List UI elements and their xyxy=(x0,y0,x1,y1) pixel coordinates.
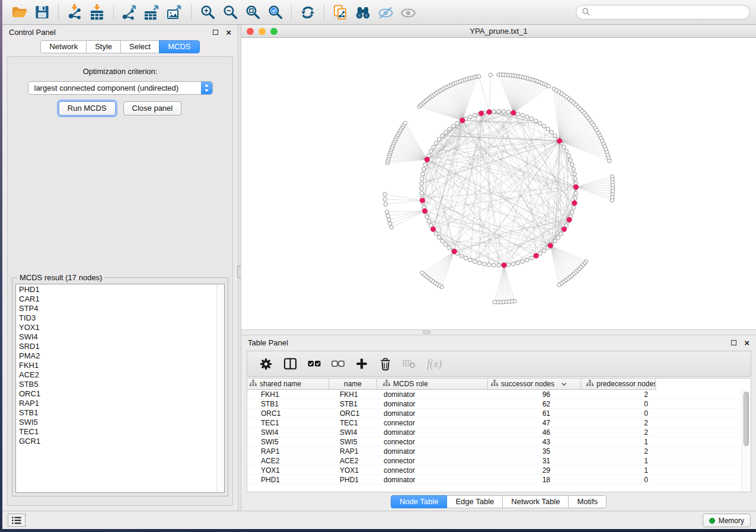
table-row[interactable]: RAP1RAP1dominator352 xyxy=(247,447,751,456)
cell-MCDS-role: connector xyxy=(377,457,488,465)
mcds-result-item[interactable]: ACE2 xyxy=(16,370,224,380)
export-image-button[interactable] xyxy=(165,3,184,22)
mcds-result-item[interactable]: SRD1 xyxy=(16,342,224,351)
table-row[interactable]: ORC1ORC1dominator610 xyxy=(247,409,751,418)
table-row[interactable]: PHD1PHD1dominator180 xyxy=(247,475,751,485)
cell-successor-nodes: 18 xyxy=(488,476,581,484)
mcds-result-item[interactable]: PHD1 xyxy=(16,285,224,294)
column-header-successor-nodes[interactable]: successor nodes xyxy=(488,379,581,389)
table-row[interactable]: ACE2ACE2connector311 xyxy=(247,456,751,466)
scrollbar-thumb[interactable] xyxy=(744,392,749,446)
cell-name: ORC1 xyxy=(329,409,377,418)
task-history-button[interactable] xyxy=(8,514,25,527)
mcds-result-item[interactable]: RAP1 xyxy=(16,399,224,408)
mcds-result-item[interactable]: YOX1 xyxy=(16,323,224,332)
window-close-button[interactable] xyxy=(247,28,254,35)
memory-button[interactable]: Memory xyxy=(703,514,751,527)
tab-select[interactable]: Select xyxy=(120,40,160,53)
cell-shared-name: YOX1 xyxy=(247,466,329,475)
delete-table-button xyxy=(403,358,416,370)
criterion-select[interactable]: largest connected component (undirected) xyxy=(28,81,213,95)
mcds-result-list[interactable]: PHD1CAR1STP4TID3YOX1SWI4SRD1PMA2FKH1ACE2… xyxy=(15,284,225,493)
window-minimize-button[interactable] xyxy=(259,28,266,35)
mcds-result-item[interactable]: TEC1 xyxy=(16,427,224,437)
cell-shared-name: PHD1 xyxy=(247,476,329,484)
table-panel: Table Panel × f(x) shared namenameMCDS r… xyxy=(241,335,756,511)
open-session-button[interactable] xyxy=(10,3,29,22)
table-scrollbar[interactable] xyxy=(742,390,751,492)
find-button[interactable] xyxy=(353,3,372,22)
table-row[interactable]: FKH1FKH1dominator962 xyxy=(247,390,751,399)
zoom-in-button[interactable] xyxy=(198,3,217,22)
table-row[interactable]: YOX1YOX1connector291 xyxy=(247,466,751,475)
tab-motifs[interactable]: Motifs xyxy=(568,495,607,508)
horizontal-splitter[interactable] xyxy=(241,329,756,335)
mcds-result-item[interactable]: TID3 xyxy=(16,313,224,323)
search-field[interactable] xyxy=(576,5,750,20)
close-panel-button[interactable]: Close panel xyxy=(123,101,182,116)
mcds-result-item[interactable]: PMA2 xyxy=(16,351,224,361)
mcds-result-item[interactable]: STB5 xyxy=(16,380,224,389)
split-columns-button[interactable] xyxy=(283,357,297,370)
refresh-layout-button[interactable] xyxy=(298,3,317,22)
add-column-button[interactable] xyxy=(355,357,368,370)
network-window-titlebar[interactable]: YPA_prune.txt_1 xyxy=(241,25,756,38)
select-all-checkboxes-button[interactable] xyxy=(308,357,321,370)
control-panel-tabs: NetworkStyleSelectMCDS xyxy=(2,40,238,56)
close-panel-icon[interactable]: × xyxy=(744,340,749,345)
delete-column-button[interactable] xyxy=(379,357,392,371)
zoom-fit-button[interactable] xyxy=(243,3,262,22)
mcds-result-item[interactable]: FKH1 xyxy=(16,361,224,370)
export-table-button[interactable] xyxy=(143,3,162,22)
tab-edge-table[interactable]: Edge Table xyxy=(446,495,503,508)
tab-network-table[interactable]: Network Table xyxy=(502,495,569,508)
tab-mcds[interactable]: MCDS xyxy=(159,40,199,53)
column-header-shared-name[interactable]: shared name xyxy=(247,379,329,389)
mcds-list-scrollbar[interactable] xyxy=(216,284,224,492)
table-row[interactable]: SWI5SWI5connector431 xyxy=(247,437,751,447)
column-header-name[interactable]: name xyxy=(329,379,377,389)
zoom-out-button[interactable] xyxy=(221,3,240,22)
clone-network-button[interactable] xyxy=(331,3,350,22)
export-network-button[interactable] xyxy=(120,3,139,22)
import-network-button[interactable] xyxy=(65,3,84,22)
mcds-result-item[interactable]: GCR1 xyxy=(16,437,224,446)
cell-successor-nodes: 29 xyxy=(488,466,581,475)
tab-node-table[interactable]: Node Table xyxy=(391,495,448,508)
clear-checkboxes-button[interactable] xyxy=(331,357,344,370)
mcds-result-item[interactable]: SWI5 xyxy=(16,418,224,427)
table-panel-title: Table Panel xyxy=(248,338,288,347)
network-graph[interactable] xyxy=(241,38,756,329)
cell-predecessor-nodes: 2 xyxy=(581,428,656,437)
float-panel-icon[interactable] xyxy=(731,340,736,345)
toggle-hide-button[interactable] xyxy=(376,3,395,22)
gear-button[interactable] xyxy=(259,357,273,371)
window-zoom-button[interactable] xyxy=(270,28,277,35)
splitter-handle[interactable] xyxy=(423,331,430,334)
mcds-result-item[interactable]: CAR1 xyxy=(16,294,224,304)
float-panel-icon[interactable] xyxy=(213,30,218,35)
save-session-button[interactable] xyxy=(33,3,52,22)
mcds-result-item[interactable]: STP4 xyxy=(16,304,224,313)
import-table-button[interactable] xyxy=(88,3,107,22)
network-canvas[interactable] xyxy=(241,38,756,329)
column-header-predecessor-nodes[interactable]: predecessor nodes xyxy=(581,379,656,389)
table-row[interactable]: TEC1TEC1connector472 xyxy=(247,418,751,428)
mcds-result-item[interactable]: SWI4 xyxy=(16,332,224,342)
run-mcds-button[interactable]: Run MCDS xyxy=(59,101,116,116)
cell-shared-name: FKH1 xyxy=(247,390,329,399)
tab-network[interactable]: Network xyxy=(40,40,87,53)
table-row[interactable]: SWI4SWI4dominator462 xyxy=(247,428,751,437)
application-window: Control Panel × NetworkStyleSelectMCDS O… xyxy=(2,0,756,529)
toolbar-separator xyxy=(324,5,324,20)
zoom-selected-button[interactable] xyxy=(266,3,285,22)
tab-style[interactable]: Style xyxy=(86,40,121,53)
mcds-result-item[interactable]: STB1 xyxy=(16,408,224,418)
table-row[interactable]: STB1STB1dominator620 xyxy=(247,399,751,409)
cell-MCDS-role: dominator xyxy=(377,390,488,399)
close-panel-icon[interactable]: × xyxy=(226,30,231,35)
search-input[interactable] xyxy=(593,8,744,17)
mcds-result-item[interactable]: ORC1 xyxy=(16,389,224,399)
select-stepper-icon xyxy=(201,81,212,95)
column-header-MCDS-role[interactable]: MCDS role xyxy=(377,379,488,389)
